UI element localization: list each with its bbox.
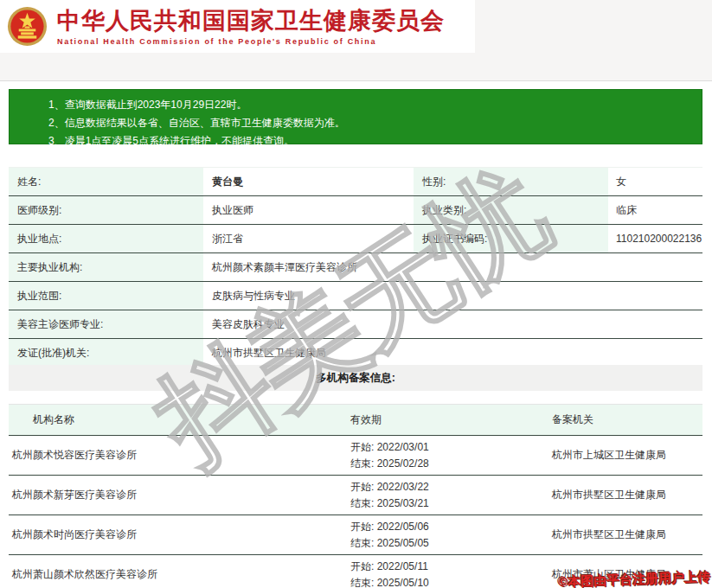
institution-name: 杭州颜术时尚医疗美容诊所 xyxy=(9,527,342,542)
field-label: 医师级别: xyxy=(9,196,203,224)
site-subtitle: National Health Commission of the People… xyxy=(57,37,445,46)
column-header-authority: 备案机关 xyxy=(542,412,702,427)
table-row: 主要执业机构: 杭州颜术素颜丰潭医疗美容诊所 xyxy=(9,253,702,282)
field-label: 主要执业机构: xyxy=(9,253,203,281)
query-notice-box: 1、查询数据截止到2023年10月29日22时。 2、信息数据结果以各省、自治区… xyxy=(9,89,702,144)
field-value: 110210200022136 xyxy=(608,225,702,252)
validity-period: 开始: 2022/03/22 结束: 2025/03/21 xyxy=(342,479,542,512)
registration-authority: 杭州市上城区卫生健康局 xyxy=(542,447,702,463)
field-value: 执业医师 xyxy=(203,196,414,224)
table-row: 杭州颜术时尚医疗美容诊所 开始: 2022/05/06 结束: 2025/05/… xyxy=(9,515,702,555)
table-row: 执业地点: 浙江省 执业证书编码: 110210200022136 xyxy=(9,225,702,253)
field-label: 执业类别: xyxy=(414,196,608,224)
field-label: 性别: xyxy=(414,168,608,195)
validity-start: 开始: 2022/03/01 xyxy=(350,439,542,456)
field-value: 女 xyxy=(608,168,702,195)
validity-period: 开始: 2022/03/01 结束: 2025/02/28 xyxy=(342,439,542,472)
validity-end: 结束: 2025/03/21 xyxy=(350,495,542,512)
site-title: 中华人民共和国国家卫生健康委员会 xyxy=(57,8,445,34)
field-label: 执业范围: xyxy=(9,282,203,310)
field-label: 美容主诊医师专业: xyxy=(9,310,203,338)
registration-authority: 杭州市拱墅区卫生健康局 xyxy=(542,487,702,503)
registration-authority: 杭州市萧山区卫生健康局 xyxy=(542,566,702,583)
header-titles: 中华人民共和国国家卫生健康委员会 National Health Commiss… xyxy=(57,8,445,46)
field-value-name: 黄台曼 xyxy=(203,168,414,195)
notice-line: 3、凌晨1点至凌晨5点系统进行维护，不能提供查询。 xyxy=(48,132,702,150)
table-row: 执业范围: 皮肤病与性病专业 xyxy=(9,282,702,310)
field-value: 杭州市拱墅区卫生健康局 xyxy=(203,339,702,367)
field-value: 美容皮肤科专业 xyxy=(203,310,702,338)
multi-institution-table: 机构名称 有效期 备案机关 杭州颜术悦容医疗美容诊所 开始: 2022/03/0… xyxy=(9,404,702,588)
institution-name: 杭州颜术新芽医疗美容诊所 xyxy=(9,488,342,502)
field-value: 浙江省 xyxy=(203,225,414,252)
multi-institution-section-title: 多机构备案信息: xyxy=(9,365,702,391)
notice-line: 2、信息数据结果以各省、自治区、直辖市卫生健康委数据为准。 xyxy=(48,114,702,132)
table-row: 杭州萧山颜术欣然医疗美容诊所 开始: 2022/05/11 结束: 2025/0… xyxy=(9,555,702,588)
institution-name: 杭州萧山颜术欣然医疗美容诊所 xyxy=(9,567,342,582)
china-national-emblem-icon xyxy=(7,6,48,47)
field-value: 临床 xyxy=(608,196,702,224)
table-row: 发证(批准)机关: 杭州市拱墅区卫生健康局 xyxy=(9,339,702,368)
validity-period: 开始: 2022/05/06 结束: 2025/05/05 xyxy=(342,519,542,552)
table-row: 杭州颜术新芽医疗美容诊所 开始: 2022/03/22 结束: 2025/03/… xyxy=(9,476,702,515)
validity-end: 结束: 2025/02/28 xyxy=(350,456,542,472)
validity-start: 开始: 2022/03/22 xyxy=(350,479,542,495)
validity-end: 结束: 2025/05/05 xyxy=(350,535,542,552)
field-label: 执业地点: xyxy=(9,225,203,252)
site-header: 中华人民共和国国家卫生健康委员会 National Health Commiss… xyxy=(0,0,475,53)
registration-authority: 杭州市拱墅区卫生健康局 xyxy=(542,527,702,543)
column-header-validity: 有效期 xyxy=(342,412,542,427)
validity-start: 开始: 2022/05/06 xyxy=(350,519,542,535)
field-value: 杭州颜术素颜丰潭医疗美容诊所 xyxy=(203,253,702,281)
table-row: 医师级别: 执业医师 执业类别: 临床 xyxy=(9,196,702,225)
license-query-result-page: 中华人民共和国国家卫生健康委员会 National Health Commiss… xyxy=(0,0,712,588)
field-value: 皮肤病与性病专业 xyxy=(203,282,702,310)
field-label: 执业证书编码: xyxy=(414,225,608,252)
table-row: 杭州颜术悦容医疗美容诊所 开始: 2022/03/01 结束: 2025/02/… xyxy=(9,436,702,476)
validity-start: 开始: 2022/05/11 xyxy=(350,559,542,575)
field-label: 姓名: xyxy=(9,168,203,195)
table-row: 姓名: 黄台曼 性别: 女 xyxy=(9,168,702,196)
field-label: 发证(批准)机关: xyxy=(9,339,203,367)
notice-line: 1、查询数据截止到2023年10月29日22时。 xyxy=(48,96,702,114)
doctor-detail-table: 姓名: 黄台曼 性别: 女 医师级别: 执业医师 执业类别: 临床 执业地点: … xyxy=(9,167,702,368)
table-header-row: 机构名称 有效期 备案机关 xyxy=(9,405,702,436)
validity-period: 开始: 2022/05/11 结束: 2025/05/10 xyxy=(342,559,542,588)
column-header-institution: 机构名称 xyxy=(9,412,342,427)
institution-name: 杭州颜术悦容医疗美容诊所 xyxy=(9,448,342,463)
validity-end: 结束: 2025/05/10 xyxy=(350,575,542,588)
table-row: 美容主诊医师专业: 美容皮肤科专业 xyxy=(9,310,702,339)
